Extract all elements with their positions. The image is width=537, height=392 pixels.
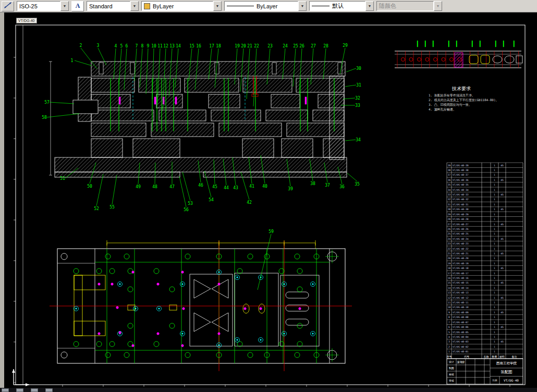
lineweight-select[interactable]: 默认 ▼ xyxy=(309,1,374,11)
plotstyle-value: 随颜色 xyxy=(376,1,434,11)
status-bar xyxy=(0,388,537,392)
color-value: ByLayer xyxy=(141,1,213,11)
color-select[interactable]: ByLayer ▼ xyxy=(141,1,222,11)
lineweight-sample-icon xyxy=(312,6,329,6)
textstyle-value: Standard xyxy=(87,1,130,11)
chevron-down-icon: ▼ xyxy=(434,1,442,11)
model-tab[interactable]: VT/DG-40 xyxy=(16,18,37,23)
top-toolbar: ISO-25 ▼ A Standard ▼ ByLayer ▼ ByLayer … xyxy=(0,0,537,13)
dimstyle-icon xyxy=(4,2,12,11)
status-chip[interactable] xyxy=(45,388,53,392)
dimstyle-value: ISO-25 xyxy=(17,1,60,11)
linetype-value: ByLayer xyxy=(224,1,298,11)
plotstyle-select: 随颜色 ▼ xyxy=(376,1,442,11)
textstyle-select[interactable]: Standard ▼ xyxy=(87,1,139,11)
dimstyle-button[interactable] xyxy=(2,1,14,11)
color-swatch-icon xyxy=(144,3,150,9)
textstyle-button[interactable]: A xyxy=(71,1,84,11)
textstyle-icon: A xyxy=(76,2,80,10)
linetype-select[interactable]: ByLayer ▼ xyxy=(224,1,307,11)
chevron-down-icon[interactable]: ▼ xyxy=(365,1,374,11)
status-chip[interactable] xyxy=(2,388,9,392)
lineweight-value: 默认 xyxy=(309,1,365,11)
chevron-down-icon[interactable]: ▼ xyxy=(60,1,69,11)
chevron-down-icon[interactable]: ▼ xyxy=(213,1,222,11)
chevron-down-icon[interactable]: ▼ xyxy=(298,1,307,11)
linetype-sample-icon xyxy=(227,6,254,6)
chevron-down-icon[interactable]: ▼ xyxy=(130,1,139,11)
status-chip[interactable] xyxy=(31,388,38,392)
drawing-canvas[interactable] xyxy=(4,13,537,388)
status-chip[interactable] xyxy=(16,388,23,392)
left-dock-strip xyxy=(0,13,4,388)
dimstyle-select[interactable]: ISO-25 ▼ xyxy=(17,1,69,11)
